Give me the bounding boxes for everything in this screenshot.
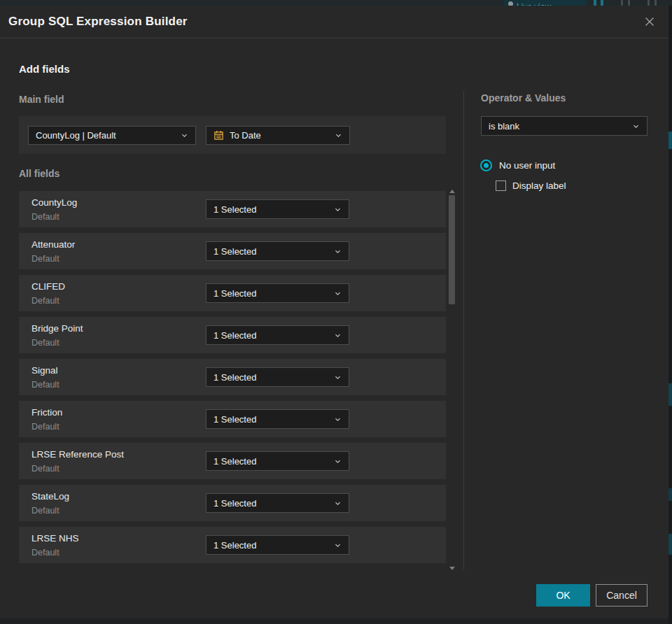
field-row: Attenuator Default 1 Selected bbox=[19, 233, 446, 269]
field-name: StateLog bbox=[31, 491, 69, 502]
all-fields-label: All fields bbox=[19, 168, 59, 179]
background-toolbar-fragment bbox=[601, 0, 603, 6]
operator-select-value: is blank bbox=[489, 121, 628, 132]
operator-select[interactable]: is blank bbox=[481, 116, 648, 136]
all-fields-list: CountyLog Default 1 Selected Attenuator … bbox=[19, 191, 446, 569]
field-layer-label: Default bbox=[31, 254, 59, 264]
main-field-select-value: CountyLog | Default bbox=[36, 130, 176, 141]
background-toolbar-fragment bbox=[628, 0, 630, 6]
cancel-button[interactable]: Cancel bbox=[596, 584, 648, 607]
field-selection-select[interactable]: 1 Selected bbox=[206, 409, 349, 429]
field-name: LRSE NHS bbox=[31, 533, 79, 544]
main-field-type-value: To Date bbox=[230, 130, 330, 141]
fields-list-scrollbar[interactable] bbox=[448, 188, 456, 570]
chevron-down-icon bbox=[334, 499, 342, 507]
field-name: Bridge Point bbox=[31, 323, 83, 334]
field-layer-label: Default bbox=[31, 548, 59, 558]
chevron-down-icon bbox=[181, 132, 188, 139]
field-row: StateLog Default 1 Selected bbox=[19, 485, 446, 521]
field-selection-value: 1 Selected bbox=[214, 246, 330, 257]
field-row: LRSE NHS Default 1 Selected bbox=[19, 527, 446, 563]
calendar-date-icon bbox=[214, 130, 224, 141]
field-name: CLIFED bbox=[31, 281, 65, 292]
field-selection-select[interactable]: 1 Selected bbox=[206, 199, 349, 219]
display-label-label: Display label bbox=[512, 180, 566, 191]
field-selection-select[interactable]: 1 Selected bbox=[206, 325, 349, 345]
no-user-input-label: No user input bbox=[499, 160, 555, 171]
field-selection-value: 1 Selected bbox=[214, 540, 330, 551]
no-user-input-option[interactable]: No user input bbox=[480, 159, 555, 171]
field-name: LRSE Reference Post bbox=[31, 449, 124, 460]
background-toolbar-fragment bbox=[621, 0, 623, 6]
field-name: Attenuator bbox=[31, 239, 75, 250]
scrollbar-thumb[interactable] bbox=[449, 195, 455, 304]
chevron-down-icon bbox=[334, 541, 342, 549]
field-selection-value: 1 Selected bbox=[214, 204, 330, 215]
close-icon[interactable] bbox=[642, 14, 657, 29]
field-selection-value: 1 Selected bbox=[214, 330, 330, 341]
checkbox-unchecked-icon[interactable] bbox=[496, 180, 506, 191]
chevron-down-icon bbox=[334, 332, 342, 339]
chevron-down-icon bbox=[334, 290, 342, 297]
field-layer-label: Default bbox=[31, 338, 59, 348]
main-field-select[interactable]: CountyLog | Default bbox=[28, 126, 196, 145]
live-view-button-fragment: Live view bbox=[504, 0, 587, 6]
main-field-container: CountyLog | Default To Date bbox=[19, 116, 446, 154]
background-toolbar-fragment bbox=[654, 0, 657, 6]
field-selection-select[interactable]: 1 Selected bbox=[206, 535, 349, 555]
field-name: Friction bbox=[31, 407, 62, 418]
field-layer-label: Default bbox=[31, 422, 59, 432]
field-row: CLIFED Default 1 Selected bbox=[19, 275, 446, 311]
field-row: Friction Default 1 Selected bbox=[19, 401, 446, 437]
field-selection-value: 1 Selected bbox=[214, 498, 330, 509]
add-fields-heading: Add fields bbox=[19, 63, 70, 75]
field-row: LRSE Reference Post Default 1 Selected bbox=[19, 443, 446, 479]
scroll-down-icon[interactable] bbox=[449, 567, 455, 570]
field-selection-value: 1 Selected bbox=[214, 414, 330, 425]
field-name: CountyLog bbox=[31, 197, 77, 208]
field-selection-value: 1 Selected bbox=[214, 372, 330, 383]
group-sql-expression-builder-dialog: Group SQL Expression Builder Add fields … bbox=[0, 6, 668, 618]
field-selection-select[interactable]: 1 Selected bbox=[206, 241, 349, 261]
background-app-bottom-strip bbox=[0, 618, 668, 624]
field-row: CountyLog Default 1 Selected bbox=[19, 191, 446, 227]
chevron-down-icon bbox=[335, 132, 342, 139]
field-selection-value: 1 Selected bbox=[214, 456, 330, 467]
panel-divider bbox=[463, 91, 464, 569]
field-layer-label: Default bbox=[31, 506, 59, 516]
chevron-down-icon bbox=[334, 374, 342, 381]
background-edge-fragment bbox=[668, 488, 672, 501]
field-selection-select[interactable]: 1 Selected bbox=[206, 493, 349, 513]
background-toolbar-fragment bbox=[594, 0, 596, 6]
operator-values-heading: Operator & Values bbox=[481, 92, 566, 104]
ok-button[interactable]: OK bbox=[536, 584, 590, 607]
dialog-title: Group SQL Expression Builder bbox=[0, 15, 188, 29]
main-field-type-select[interactable]: To Date bbox=[206, 126, 350, 145]
field-selection-select[interactable]: 1 Selected bbox=[206, 367, 349, 387]
scroll-up-icon[interactable] bbox=[449, 190, 455, 193]
main-field-label: Main field bbox=[19, 94, 64, 105]
field-selection-select[interactable]: 1 Selected bbox=[206, 283, 349, 303]
field-layer-label: Default bbox=[31, 296, 59, 306]
chevron-down-icon bbox=[334, 248, 342, 255]
background-toolbar-fragment bbox=[648, 0, 650, 6]
chevron-down-icon bbox=[334, 458, 342, 465]
field-row: Bridge Point Default 1 Selected bbox=[19, 317, 446, 353]
field-layer-label: Default bbox=[31, 380, 59, 390]
chevron-down-icon bbox=[632, 122, 640, 130]
radio-selected-icon[interactable] bbox=[480, 159, 492, 171]
field-layer-label: Default bbox=[31, 464, 59, 474]
background-app-top-strip: Live view bbox=[0, 0, 672, 6]
field-layer-label: Default bbox=[31, 212, 59, 222]
field-selection-select[interactable]: 1 Selected bbox=[206, 451, 349, 471]
field-row: Signal Default 1 Selected bbox=[19, 359, 446, 395]
background-app-right-strip bbox=[668, 6, 672, 624]
chevron-down-icon bbox=[334, 206, 342, 213]
display-label-option[interactable]: Display label bbox=[496, 180, 566, 191]
background-edge-fragment bbox=[668, 132, 672, 149]
field-selection-value: 1 Selected bbox=[214, 288, 330, 299]
dialog-titlebar: Group SQL Expression Builder bbox=[0, 6, 668, 38]
radio-dot bbox=[484, 163, 489, 168]
chevron-down-icon bbox=[334, 416, 342, 423]
background-edge-fragment bbox=[668, 534, 672, 555]
